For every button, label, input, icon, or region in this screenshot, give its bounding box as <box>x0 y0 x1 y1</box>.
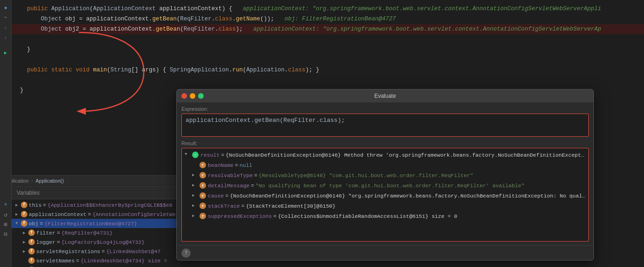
result-content-stack: stackTrace={StackTraceElement[30]@6150} <box>208 202 586 211</box>
var-toggle-filter: ▶ <box>21 229 27 236</box>
code-line-7: public static void main(String[] args) {… <box>0 65 644 75</box>
result-row-cause[interactable]: ▶ f cause={NoSuchBeanDefinitionException… <box>182 191 588 201</box>
variables-panel-side-icons: + ↺ ⊞ ⊟ <box>0 199 12 267</box>
var-row-servletregs[interactable]: ▶ f servletRegistrations = {LinkedHashSe… <box>12 247 176 256</box>
variables-panel: Variables + ↺ ⊞ ⊟ ▶ f this = {Applicatio… <box>0 186 176 267</box>
code-line-8 <box>0 75 644 85</box>
dialog-close-button[interactable] <box>181 93 187 99</box>
var-toggle-servletnames <box>21 257 27 264</box>
dialog-footer: ? <box>177 245 593 260</box>
variables-tree: ▶ f this = {Application$$EnhancerBySprin… <box>12 199 176 267</box>
result-toggle-suppressed: ▶ <box>192 213 199 218</box>
dialog-title: Evaluate <box>374 93 396 99</box>
var-row-this[interactable]: ▶ f this = {Application$$EnhancerBySprin… <box>12 200 176 210</box>
result-row-suppressed[interactable]: ▶ f suppressedExceptions={Collections$Un… <box>182 211 588 222</box>
code-line-1: ▶ public Application(ApplicationContext … <box>0 4 644 14</box>
result-toggle-resolvable: ▶ <box>192 172 199 178</box>
var-icon-obj: f <box>21 220 27 227</box>
code-line-5: } <box>0 44 644 55</box>
result-icon-suppressed: f <box>200 213 206 219</box>
step-over-icon[interactable]: ↷ <box>2 14 9 21</box>
result-icon-beanname: f <box>200 162 206 168</box>
result-toggle-0: ▼ <box>185 152 191 157</box>
breadcrumb-separator: › <box>31 178 34 184</box>
result-row-0[interactable]: ▼ ✓ result={NoSuchBeanDefinitionExceptio… <box>182 150 588 160</box>
code-content-2: Object obj = applicationContext.getBean(… <box>16 14 644 24</box>
result-row-detailmessage[interactable]: ▶ f detailMessage="No qualifying bean of… <box>182 181 588 191</box>
var-row-applicationcontext[interactable]: ▶ f applicationContext = {AnnotationConf… <box>12 210 176 219</box>
code-line-4 <box>0 34 644 44</box>
var-toggle-obj: ▼ <box>13 220 20 227</box>
var-icon-appctx: f <box>21 211 27 217</box>
step-out-icon[interactable]: ↑ <box>2 34 9 42</box>
dialog-minimize-button[interactable] <box>190 93 195 99</box>
var-panel-icon-4[interactable]: ⊟ <box>2 230 9 238</box>
traffic-lights <box>181 93 204 99</box>
result-toggle-detail: ▶ <box>192 183 199 188</box>
breadcrumb: Application › Application() <box>0 175 176 185</box>
var-panel-icon-3[interactable]: ⊞ <box>2 221 9 228</box>
evaluate-dialog: Evaluate Expression: applicationContext.… <box>176 89 594 261</box>
var-panel-icon-1[interactable]: + <box>2 201 9 209</box>
result-row-beanname[interactable]: f beanName=null <box>182 160 588 171</box>
result-icon-0: ✓ <box>192 152 199 158</box>
var-icon-this: f <box>21 202 27 208</box>
var-toggle-appctx: ▶ <box>13 211 20 217</box>
result-row-stacktrace[interactable]: ▶ f stackTrace={StackTraceElement[30]@61… <box>182 201 588 211</box>
var-row-servletnames[interactable]: f servletNames = {LinkedHashSet@4734} si… <box>12 256 176 265</box>
result-icon-detail: f <box>200 182 206 189</box>
result-box: ▼ ✓ result={NoSuchBeanDefinitionExceptio… <box>181 148 589 242</box>
code-content-7: public static void main(String[] args) {… <box>16 65 644 75</box>
var-toggle-this: ▶ <box>13 202 20 208</box>
run-icon[interactable]: ▶ <box>2 49 9 57</box>
result-content-cause: cause={NoSuchBeanDefinitionException@614… <box>208 191 586 201</box>
step-into-icon[interactable]: ↓ <box>2 24 9 32</box>
var-icon-logger: f <box>28 239 35 245</box>
result-content-detail: detailMessage="No qualifying bean of typ… <box>208 181 586 191</box>
var-icon-servletnames: f <box>28 257 35 264</box>
dialog-body: Expression: applicationContext.getBean(R… <box>177 102 593 245</box>
expression-label: Expression: <box>181 106 589 112</box>
result-icon-stack: f <box>200 203 206 209</box>
code-content-5: } <box>16 44 644 55</box>
var-row-obj[interactable]: ▼ f obj = {FilterRegistrationBean@4727} <box>12 219 176 228</box>
var-panel-icon-2[interactable]: ↺ <box>2 211 9 218</box>
debug-icon[interactable]: ⬥ <box>2 4 9 11</box>
result-toggle-cause: ▶ <box>192 193 199 198</box>
result-row-resolvabletype[interactable]: ▶ f resolvableType={ResolvableType@6148}… <box>182 171 588 181</box>
breadcrumb-method[interactable]: Application() <box>35 178 64 184</box>
var-toggle-servletregs: ▶ <box>21 248 27 254</box>
var-row-logger[interactable]: ▶ f logger = {LogFactory$Log4jLog@4732} <box>12 237 176 247</box>
dialog-maximize-button[interactable] <box>198 93 204 99</box>
result-icon-cause: f <box>200 192 206 199</box>
result-label: Result: <box>181 140 589 146</box>
result-content-0: result={NoSuchBeanDefinitionException@61… <box>200 151 586 160</box>
var-toggle-logger: ▶ <box>21 239 27 245</box>
var-row-filter[interactable]: ▶ f filter = {ReqFilter@4731} <box>12 228 176 237</box>
code-content-3: Object obj2 = applicationContext.getBean… <box>16 24 644 34</box>
var-icon-filter: f <box>28 229 35 236</box>
result-toggle-stack: ▶ <box>192 203 199 208</box>
expression-text: applicationContext.getBean(ReqFilter.cla… <box>186 117 345 124</box>
variables-panel-header: Variables <box>0 186 176 199</box>
code-line-3: Object obj2 = applicationContext.getBean… <box>0 24 644 34</box>
result-content-suppressed: suppressedExceptions={Collections$Unmodi… <box>208 212 586 221</box>
var-row-urlpatterns[interactable]: f urlPatterns = {LinkedHashSet@4735} siz… <box>12 265 176 267</box>
expression-input[interactable]: applicationContext.getBean(ReqFilter.cla… <box>181 114 589 137</box>
code-line-2: Object obj = applicationContext.getBean(… <box>0 14 644 24</box>
help-button[interactable]: ? <box>181 248 191 258</box>
code-content-1: public Application(ApplicationContext ap… <box>16 4 644 14</box>
result-content-beanname: beanName=null <box>208 161 586 170</box>
dialog-titlebar: Evaluate <box>177 89 593 102</box>
result-icon-resolvable: f <box>200 172 206 178</box>
var-icon-servletregs: f <box>28 248 35 254</box>
code-line-6 <box>0 55 644 65</box>
result-content-resolvable: resolvableType={ResolvableType@6148} "co… <box>208 171 586 180</box>
